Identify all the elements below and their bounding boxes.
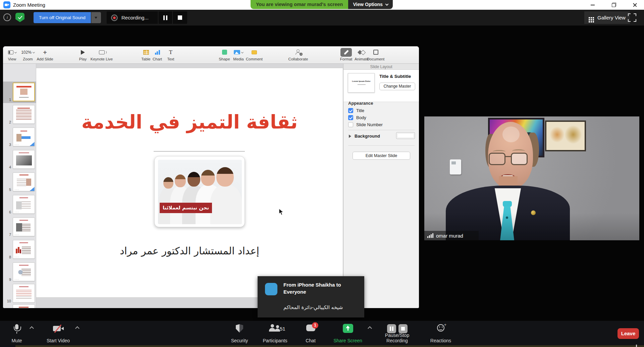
meeting-control-bar: Mute Start Video Security 51 Participant… — [0, 321, 644, 347]
slide-thumbnail-8[interactable]: 8 — [3, 239, 36, 260]
add-slide-button[interactable]: + Add Slide — [36, 48, 54, 61]
slide-number: 4 — [4, 165, 11, 169]
share-screen-button[interactable]: Share Screen — [329, 321, 367, 347]
slide-thumbnail-10[interactable]: 10 — [3, 283, 36, 304]
format-button[interactable]: Format — [338, 48, 354, 61]
chart-button[interactable]: Chart — [150, 48, 165, 61]
view-icon — [8, 50, 13, 54]
gallery-view-button[interactable]: Gallery View — [584, 11, 630, 24]
participant-video-tile: omar murad — [424, 116, 639, 240]
slide-thumbnail-7[interactable]: 7 — [3, 216, 36, 238]
view-options-label: View Options — [353, 0, 382, 9]
chat-unread-badge: 1 — [312, 322, 318, 329]
format-brush-icon — [340, 48, 352, 57]
text-button[interactable]: T Text — [164, 48, 177, 61]
reactions-smiley-icon: + — [437, 324, 444, 332]
share-screen-label: Share Screen — [329, 338, 367, 343]
close-button[interactable] — [628, 0, 642, 10]
media-button[interactable]: Media — [230, 48, 247, 61]
chat-button[interactable]: 1 Chat — [296, 321, 325, 347]
chat-notification-title: From iPhone Shaikha to Everyone — [283, 281, 360, 295]
master-preview-text: Lorem Ipsum Dolor — [348, 80, 374, 82]
master-slide-preview[interactable]: Lorem Ipsum Dolor — [348, 73, 375, 93]
participants-button[interactable]: 51 Participants — [256, 321, 294, 347]
share-options-chevron[interactable] — [368, 326, 372, 331]
background-color-well[interactable] — [396, 132, 415, 139]
mute-button[interactable]: Mute — [3, 321, 30, 347]
change-master-button[interactable]: Change Master — [379, 83, 415, 90]
stop-recording-icon[interactable] — [398, 324, 408, 333]
slide-number: 3 — [4, 143, 11, 147]
keynote-live-label: Keynote Live — [89, 57, 114, 61]
meeting-info-icon[interactable]: i — [3, 13, 11, 21]
slide-thumbnail-2[interactable]: 2 — [3, 104, 36, 126]
chevron-down-icon — [385, 2, 388, 6]
security-button[interactable]: Security — [224, 321, 255, 347]
checkbox-checked-icon[interactable] — [348, 108, 353, 113]
slide-thumbnail-3[interactable]: 3 — [3, 127, 36, 148]
current-slide[interactable]: ثقافة التميز في الخدمة نحن نبتسم لعملائن… — [36, 68, 343, 298]
edit-master-slide-button[interactable]: Edit Master Slide — [353, 152, 410, 160]
comment-button[interactable]: Comment — [245, 48, 264, 61]
title-checkbox-row[interactable]: Title — [348, 108, 364, 113]
chat-notification-popup[interactable]: From iPhone Shaikha to Everyone شيخه الك… — [258, 276, 364, 317]
document-button[interactable]: Document — [365, 48, 386, 61]
body-checkbox-row[interactable]: Body — [348, 115, 366, 120]
slide-thumbnail-6[interactable]: 6 — [3, 194, 36, 215]
original-sound-control: Turn off Original Sound — [34, 12, 101, 23]
maximize-button[interactable] — [606, 0, 621, 10]
pause-recording-icon[interactable] — [387, 324, 396, 333]
master-name: Title & Subtitle — [379, 74, 411, 79]
thumbnail-preview — [13, 240, 35, 259]
gallery-view-label: Gallery View — [597, 15, 626, 20]
shape-button[interactable]: Shape — [217, 48, 232, 61]
slide-thumbnail-9[interactable]: 9 — [3, 261, 36, 283]
minimize-button[interactable] — [585, 0, 600, 10]
slide-thumbnail-panel: 1 2 3 4 5 6 7 8 9 10 11 — [3, 64, 36, 308]
video-options-chevron[interactable] — [75, 326, 79, 331]
slide-thumbnail-11[interactable]: 11 — [3, 303, 36, 308]
mute-options-chevron[interactable] — [30, 326, 34, 331]
slide-thumbnail-4[interactable]: 4 — [3, 149, 36, 170]
checkbox-unchecked-icon[interactable] — [348, 122, 353, 127]
pause-stop-recording-button[interactable]: Pause/Stop Recording — [375, 321, 419, 347]
thumbnail-preview — [13, 195, 35, 214]
chat-sender-icon — [265, 283, 277, 295]
pause-recording-button[interactable] — [158, 11, 172, 24]
checkbox-checked-icon[interactable] — [348, 115, 353, 120]
zoom-label: Zoom — [19, 57, 37, 61]
reactions-button[interactable]: + Reactions — [425, 321, 456, 347]
background-row[interactable]: Background — [349, 133, 415, 140]
encryption-shield-icon[interactable] — [15, 13, 24, 22]
play-button[interactable]: Play — [75, 48, 90, 61]
call-center-photo: نحن نبتسم لعملائنا — [158, 160, 242, 224]
slide-number-checkbox-row[interactable]: Slide Number — [348, 122, 383, 127]
recording-icon — [111, 14, 118, 21]
zoom-meeting-window: Zoom Meeting You are viewing omar murad'… — [0, 0, 644, 347]
document-icon — [373, 50, 378, 55]
view-options-button[interactable]: View Options — [348, 0, 392, 9]
slide-thumbnail-5[interactable]: 5 — [3, 171, 36, 193]
thumbnail-preview — [13, 217, 35, 236]
slide-number: 8 — [4, 255, 11, 259]
slide-thumbnail-1[interactable]: 1 — [3, 82, 36, 103]
slide-number: 6 — [4, 210, 11, 214]
collaborate-button[interactable]: + Collaborate — [286, 48, 310, 61]
participant-name-label: omar murad — [424, 231, 479, 240]
zoom-level-button[interactable]: 102% Zoom — [19, 48, 37, 61]
keynote-live-button[interactable]: Keynote Live — [89, 48, 114, 61]
start-video-button[interactable]: Start Video — [42, 321, 74, 347]
collaborate-icon: + — [295, 49, 301, 55]
disclosure-triangle-icon[interactable] — [349, 135, 351, 138]
fullscreen-icon — [628, 13, 631, 16]
keynote-toolbar: View 102% Zoom + Add Slide Play Keynote … — [3, 46, 419, 64]
stop-recording-button[interactable] — [173, 11, 187, 24]
view-menu-button[interactable]: View — [4, 48, 20, 61]
thumbnail-preview — [13, 284, 35, 303]
recording-indicator-group: Recording... — [107, 11, 187, 24]
turn-off-original-sound-button[interactable]: Turn off Original Sound — [34, 12, 91, 23]
original-sound-dropdown[interactable] — [91, 12, 101, 23]
fullscreen-button[interactable] — [628, 13, 636, 22]
table-icon — [143, 50, 149, 55]
leave-button[interactable]: Leave — [618, 328, 639, 339]
